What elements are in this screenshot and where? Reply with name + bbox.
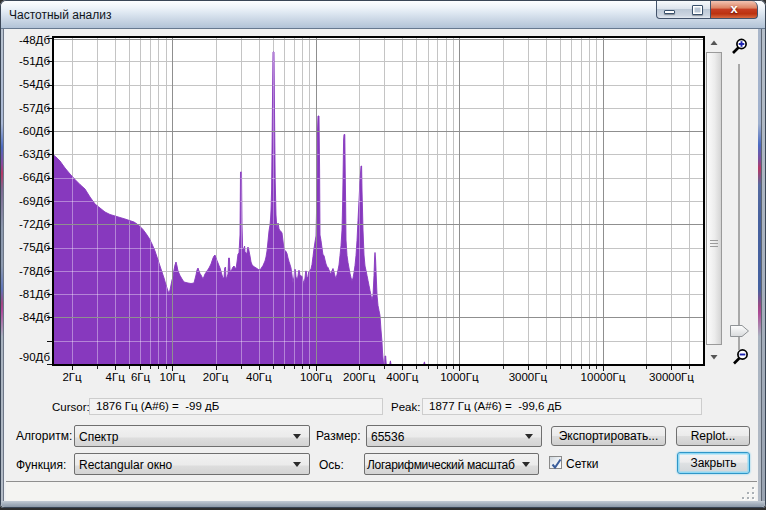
svg-text:-75Дб: -75Дб xyxy=(19,241,50,253)
svg-text:-72Дб: -72Дб xyxy=(19,218,50,230)
svg-text:10Гц: 10Гц xyxy=(159,371,185,383)
svg-text:-51Дб: -51Дб xyxy=(19,55,50,67)
svg-text:-69Дб: -69Дб xyxy=(19,195,50,207)
svg-text:-63Дб: -63Дб xyxy=(19,148,50,160)
svg-text:100Гц: 100Гц xyxy=(300,371,332,383)
svg-text:-81Дб: -81Дб xyxy=(19,288,50,300)
svg-text:20Гц: 20Гц xyxy=(203,371,229,383)
svg-text:6Гц: 6Гц xyxy=(131,371,151,383)
svg-text:-57Дб: -57Дб xyxy=(19,102,50,114)
svg-text:-90Дб: -90Дб xyxy=(19,351,50,363)
svg-text:-60Дб: -60Дб xyxy=(19,125,50,137)
svg-text:-78Дб: -78Дб xyxy=(19,265,50,277)
svg-text:40Гц: 40Гц xyxy=(246,371,272,383)
svg-text:3000Гц: 3000Гц xyxy=(509,371,548,383)
svg-text:10000Гц: 10000Гц xyxy=(581,371,626,383)
svg-text:4Гц: 4Гц xyxy=(106,371,126,383)
svg-text:-84Дб: -84Дб xyxy=(19,311,50,323)
svg-text:200Гц: 200Гц xyxy=(343,371,375,383)
svg-text:30000Гц: 30000Гц xyxy=(649,371,694,383)
svg-text:-66Дб: -66Дб xyxy=(19,171,50,183)
svg-text:-48Дб: -48Дб xyxy=(19,34,50,46)
svg-text:400Гц: 400Гц xyxy=(386,371,418,383)
svg-text:1000Гц: 1000Гц xyxy=(440,371,479,383)
svg-text:2Гц: 2Гц xyxy=(62,371,82,383)
svg-text:-54Дб: -54Дб xyxy=(19,78,50,90)
